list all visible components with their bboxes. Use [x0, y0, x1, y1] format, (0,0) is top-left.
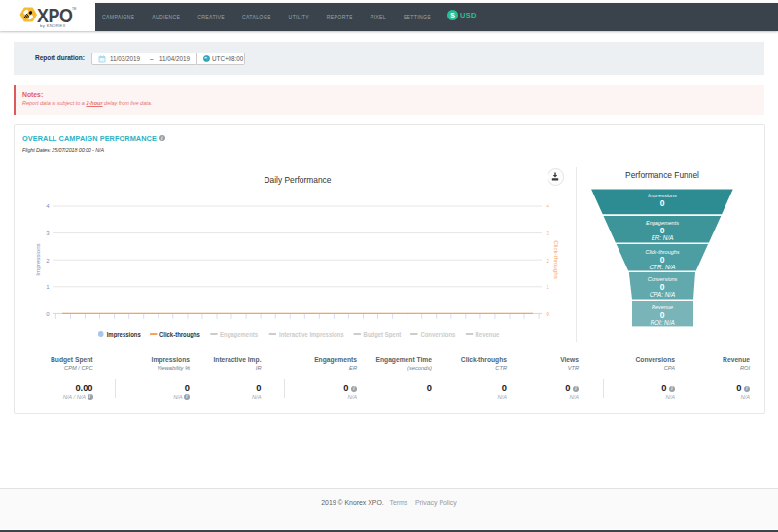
- svg-text:3: 3: [547, 231, 550, 236]
- svg-text:ER: N/A: ER: N/A: [652, 234, 674, 241]
- svg-text:2: 2: [547, 258, 550, 264]
- svg-text:4: 4: [547, 203, 550, 209]
- svg-text:by KNOREX: by KNOREX: [40, 23, 66, 28]
- svg-text:1: 1: [547, 284, 550, 290]
- svg-text:0: 0: [46, 311, 50, 317]
- svg-text:0: 0: [660, 198, 665, 208]
- svg-text:1: 1: [46, 284, 50, 290]
- svg-text:4: 4: [46, 203, 50, 209]
- svg-text:0: 0: [547, 311, 550, 317]
- svg-text:2: 2: [46, 258, 50, 264]
- svg-text:TM: TM: [72, 7, 77, 11]
- svg-text:3: 3: [46, 231, 50, 236]
- svg-text:CPA: N/A: CPA: N/A: [650, 291, 675, 298]
- svg-text:Impressions: Impressions: [34, 243, 41, 275]
- svg-text:ROI: N/A: ROI: N/A: [650, 319, 674, 326]
- svg-text:Click-throughs: Click-throughs: [553, 240, 560, 279]
- svg-text:CTR: N/A: CTR: N/A: [650, 264, 676, 270]
